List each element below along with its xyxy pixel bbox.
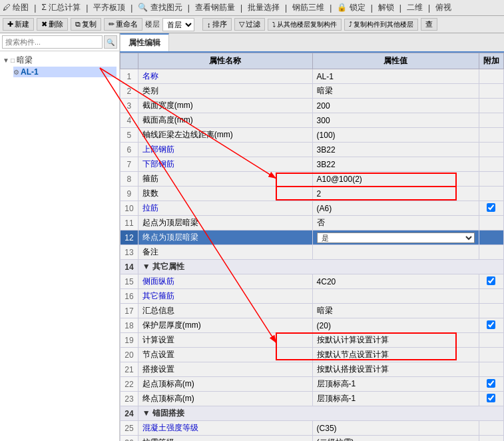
floor-select[interactable]: 首层 bbox=[162, 18, 194, 31]
row-num: 13 bbox=[121, 245, 138, 260]
table-row: 11 起点为顶层暗梁 否 bbox=[121, 216, 504, 230]
row-num: 9 bbox=[121, 187, 138, 201]
new-icon: ✚ bbox=[7, 20, 13, 29]
toolbar-batch[interactable]: 批量选择 bbox=[248, 2, 280, 13]
table-row: 10 拉筋 (A6) bbox=[121, 201, 504, 216]
copy-to-button[interactable]: ⤴ 复制构件到其他楼层 bbox=[344, 19, 418, 31]
prop-name-cell: 抗震等级 bbox=[138, 436, 312, 442]
table-row: 24 ▼ 锚固搭接 bbox=[121, 406, 504, 421]
properties-table: 属性名称 属性值 附加 1 名称 AL-1 2 类别 暗梁 3 截面宽度(mm)… bbox=[120, 53, 504, 441]
prop-checkbox[interactable] bbox=[487, 394, 495, 402]
row-num: 15 bbox=[121, 274, 138, 289]
table-row: 18 保护层厚度(mm) (20) bbox=[121, 318, 504, 333]
toolbar-align[interactable]: 平齐板顶 bbox=[93, 2, 125, 13]
prop-value-cell: AL-1 bbox=[312, 69, 479, 84]
row-num: 21 bbox=[121, 362, 138, 377]
search-button[interactable]: 🔍 bbox=[104, 35, 117, 49]
checkbox-cell bbox=[479, 157, 503, 172]
toolbar-2d[interactable]: 二维 bbox=[407, 2, 423, 13]
prop-name-cell: 截面高度(mm) bbox=[138, 113, 312, 128]
prop-value-cell: A10@100(2) bbox=[312, 172, 479, 187]
row-num: 1 bbox=[121, 69, 138, 84]
checkbox-cell[interactable] bbox=[479, 274, 503, 289]
prop-value-cell[interactable]: 是 否 bbox=[312, 230, 479, 245]
prop-value-cell: (C35) bbox=[312, 421, 479, 436]
row-num: 11 bbox=[121, 216, 138, 230]
query-button[interactable]: 查 bbox=[421, 18, 437, 31]
checkbox-cell bbox=[479, 113, 503, 128]
prop-value-cell: (20) bbox=[312, 318, 479, 333]
toolbar-find[interactable]: 🔍 查找图元 bbox=[138, 2, 182, 13]
table-row: 8 箍筋 A10@100(2) bbox=[121, 172, 504, 187]
prop-name-cell: 节点设置 bbox=[138, 348, 312, 362]
tree-child-label: AL-1 bbox=[21, 67, 39, 77]
prop-value-cell: 层顶标高-1 bbox=[312, 392, 479, 406]
prop-name-cell[interactable]: 侧面纵筋 bbox=[138, 274, 312, 289]
table-row: 14 ▼ 其它属性 bbox=[121, 260, 504, 274]
copy-button[interactable]: ⧉ 复制 bbox=[71, 18, 101, 31]
row-num: 14 bbox=[121, 260, 138, 274]
checkbox-cell bbox=[479, 333, 503, 348]
tree-child-al1[interactable]: ⚙ AL-1 bbox=[13, 67, 117, 77]
toolbar-draw[interactable]: 🖊 绘图 bbox=[3, 2, 29, 13]
table-row: 4 截面高度(mm) 300 bbox=[121, 113, 504, 128]
row-num: 8 bbox=[121, 172, 138, 187]
prop-checkbox[interactable] bbox=[487, 276, 495, 285]
sort-button[interactable]: ↕ 排序 bbox=[202, 18, 232, 31]
search-input[interactable] bbox=[2, 35, 103, 49]
checkbox-cell[interactable] bbox=[479, 201, 503, 216]
filter-button[interactable]: ▽ 过滤 bbox=[234, 18, 265, 31]
row-num: 22 bbox=[121, 377, 138, 392]
toolbar-lock[interactable]: 🔒 锁定 bbox=[337, 2, 365, 13]
tree-root[interactable]: ▼ □ 暗梁 bbox=[3, 54, 117, 67]
table-row: 2 类别 暗梁 bbox=[121, 84, 504, 99]
toolbar-sum[interactable]: Σ 汇总计算 bbox=[41, 2, 81, 13]
prop-name-cell[interactable]: 名称 bbox=[138, 69, 312, 84]
checkbox-cell[interactable] bbox=[479, 377, 503, 392]
dropdown-select[interactable]: 是 否 bbox=[317, 232, 475, 243]
rename-icon: ✏ bbox=[109, 20, 115, 29]
tab-property-editor[interactable]: 属性编辑 bbox=[120, 33, 169, 51]
col-value: 属性值 bbox=[312, 53, 479, 69]
checkbox-cell bbox=[479, 245, 503, 260]
prop-name-cell[interactable]: 混凝土强度等级 bbox=[138, 421, 312, 436]
row-num: 16 bbox=[121, 289, 138, 304]
toolbar-rebar[interactable]: 查看钢筋量 bbox=[195, 2, 235, 13]
copy-from-button[interactable]: ⤵ 从其他楼层复制构件 bbox=[268, 19, 342, 31]
col-num bbox=[121, 53, 138, 69]
toolbar-3d[interactable]: 钢筋三维 bbox=[292, 2, 324, 13]
prop-value-cell: 300 bbox=[312, 113, 479, 128]
tree-root-label: □ 暗梁 bbox=[11, 55, 33, 66]
prop-name-cell[interactable]: 下部钢筋 bbox=[138, 157, 312, 172]
prop-name-cell[interactable]: 终点为顶层暗梁 bbox=[138, 230, 312, 245]
row-num: 20 bbox=[121, 348, 138, 362]
rename-button[interactable]: ✏ 重命名 bbox=[104, 18, 142, 31]
table-row: 22 起点顶标高(m) 层顶标高-1 bbox=[121, 377, 504, 392]
col-name: 属性名称 bbox=[138, 53, 312, 69]
prop-checkbox[interactable] bbox=[487, 320, 495, 329]
delete-button[interactable]: ✖ 删除 bbox=[37, 18, 68, 31]
checkbox-cell bbox=[479, 304, 503, 318]
prop-name-cell[interactable]: 上部钢筋 bbox=[138, 143, 312, 157]
prop-name-cell: 保护层厚度(mm) bbox=[138, 318, 312, 333]
folder-icon: □ bbox=[11, 57, 15, 64]
prop-name-cell: 终点顶标高(m) bbox=[138, 392, 312, 406]
prop-checkbox[interactable] bbox=[487, 379, 495, 388]
row-num: 10 bbox=[121, 201, 138, 216]
row-num: 18 bbox=[121, 318, 138, 333]
checkbox-cell[interactable] bbox=[479, 392, 503, 406]
section-label: ▼ 其它属性 bbox=[138, 260, 503, 274]
prop-value-cell: 4C20 bbox=[312, 274, 479, 289]
floor-label: 楼层 bbox=[145, 19, 160, 29]
checkbox-cell bbox=[479, 69, 503, 84]
prop-name-cell[interactable]: 其它箍筋 bbox=[138, 289, 312, 304]
new-button[interactable]: ✚ 新建 bbox=[3, 18, 34, 31]
toolbar-unlock[interactable]: 解锁 bbox=[378, 2, 394, 13]
toolbar-topview[interactable]: 俯视 bbox=[435, 2, 451, 13]
prop-checkbox[interactable] bbox=[487, 203, 495, 212]
delete-icon: ✖ bbox=[41, 20, 47, 29]
prop-name-cell[interactable]: 拉筋 bbox=[138, 201, 312, 216]
checkbox-cell[interactable] bbox=[479, 318, 503, 333]
table-row: 20 节点设置 按默认节点设置计算 bbox=[121, 348, 504, 362]
checkbox-cell bbox=[479, 143, 503, 157]
